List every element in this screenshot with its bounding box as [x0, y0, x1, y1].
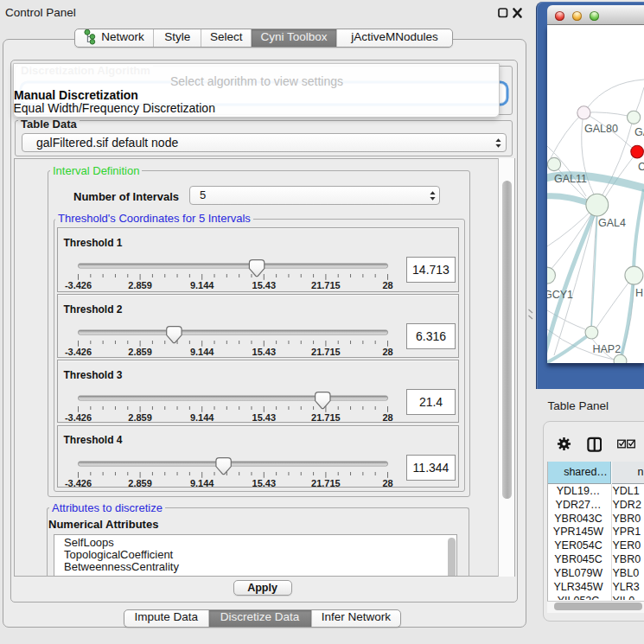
- svg-text:2.859: 2.859: [128, 412, 152, 423]
- svg-text:-3.426: -3.426: [64, 280, 91, 290]
- svg-text:C: C: [638, 161, 644, 173]
- svg-text:-3.426: -3.426: [64, 347, 91, 357]
- svg-text:GAL80: GAL80: [584, 123, 618, 135]
- svg-text:GA: GA: [634, 126, 644, 138]
- svg-text:21.715: 21.715: [311, 347, 341, 357]
- svg-text:GAL4: GAL4: [598, 217, 626, 229]
- svg-text:-3.426: -3.426: [64, 412, 91, 423]
- svg-text:9.144: 9.144: [189, 280, 214, 290]
- svg-text:GAL11: GAL11: [554, 173, 587, 185]
- svg-text:2.859: 2.859: [128, 478, 152, 488]
- svg-text:28: 28: [382, 347, 392, 357]
- svg-text:GCY1: GCY1: [547, 289, 573, 301]
- svg-text:-3.426: -3.426: [64, 478, 91, 488]
- svg-text:28: 28: [382, 412, 392, 423]
- svg-text:21.715: 21.715: [311, 412, 341, 423]
- svg-text:21.715: 21.715: [311, 478, 341, 488]
- svg-text:HAP2: HAP2: [593, 343, 622, 355]
- svg-text:21.715: 21.715: [311, 280, 341, 290]
- svg-text:28: 28: [382, 478, 392, 488]
- svg-text:28: 28: [382, 280, 392, 290]
- svg-text:9.144: 9.144: [189, 347, 214, 357]
- svg-text:2.859: 2.859: [128, 347, 152, 357]
- svg-text:H: H: [635, 287, 643, 299]
- svg-text:9.144: 9.144: [189, 412, 214, 423]
- svg-text:9.144: 9.144: [189, 478, 214, 488]
- svg-text:15.43: 15.43: [252, 412, 276, 423]
- svg-text:2.859: 2.859: [128, 280, 152, 290]
- svg-text:15.43: 15.43: [252, 478, 276, 488]
- svg-text:15.43: 15.43: [252, 280, 276, 290]
- svg-text:15.43: 15.43: [252, 347, 276, 357]
